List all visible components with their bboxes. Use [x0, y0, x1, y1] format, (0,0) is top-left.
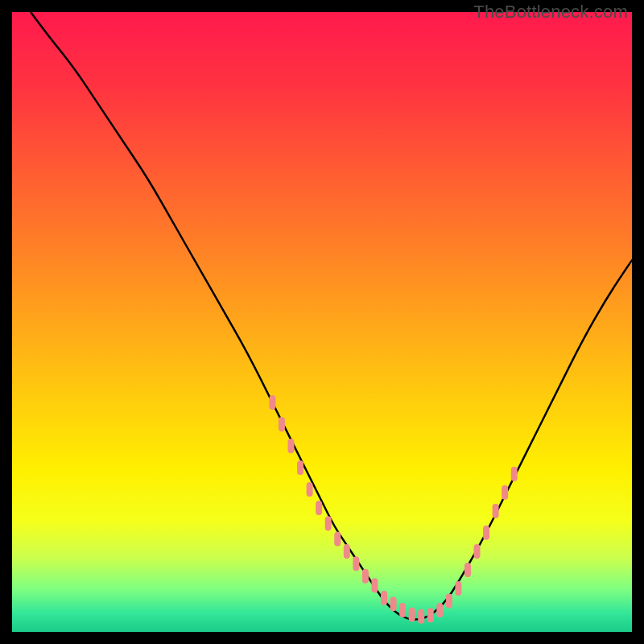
highlight-dot [269, 395, 275, 410]
highlight-dot [474, 544, 481, 559]
highlight-dot [511, 467, 518, 481]
highlight-dot [297, 460, 303, 475]
chart-svg [12, 12, 632, 632]
highlight-dot [288, 439, 295, 453]
highlight-dot [334, 532, 341, 547]
watermark-text: TheBottleneck.com [473, 2, 628, 23]
chart-frame [12, 12, 632, 632]
gradient-rect [12, 12, 632, 632]
highlight-dot [427, 608, 434, 622]
highlight-dot [390, 597, 397, 611]
highlight-dot [446, 594, 452, 609]
highlight-dot [316, 501, 322, 515]
highlight-dot [409, 607, 415, 621]
highlight-dot [436, 603, 443, 617]
highlight-dot [381, 591, 387, 605]
highlight-dot [371, 578, 378, 592]
highlight-dot [353, 556, 359, 571]
highlight-dot [483, 526, 489, 540]
highlight-dot [279, 417, 285, 431]
highlight-dot [399, 603, 406, 617]
highlight-dot [344, 544, 350, 559]
highlight-dot [362, 569, 369, 584]
highlight-dot [493, 504, 499, 518]
highlight-dot [502, 485, 508, 500]
highlight-dot [455, 581, 461, 596]
highlight-dot [307, 482, 313, 497]
highlight-dot [464, 563, 471, 577]
highlight-dot [418, 609, 424, 624]
highlight-dot [325, 516, 332, 530]
